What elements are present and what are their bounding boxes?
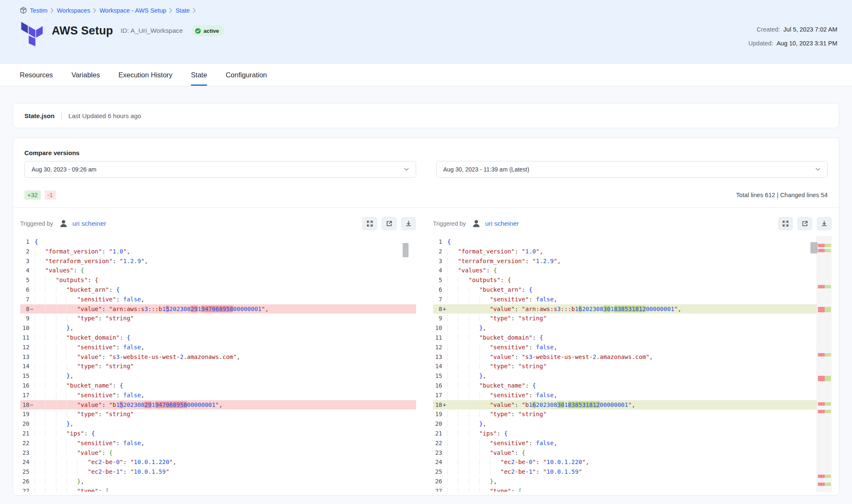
code-line: 19 "type": "string" [20, 409, 416, 419]
code-line: 24 "ec2-be-0": "10.0.1.220", [20, 457, 416, 467]
code-line: 23 "value": { [20, 448, 416, 458]
code-line: 17 "sensitive": false, [433, 391, 832, 400]
code-line: 1{ [433, 237, 832, 247]
code-lines: 1{2 "format_version": "1.0",3 "terraform… [433, 236, 832, 492]
scrollbar-thumb[interactable] [810, 242, 817, 253]
code-line: 21 "ips": { [433, 429, 832, 438]
code-line: 27 "type": [ [433, 486, 832, 492]
updated-value: Aug 10, 2023 3:31 PM [777, 40, 837, 47]
diff-ruler-mark [818, 285, 831, 288]
diff-ruler-mark [818, 353, 831, 356]
chevron-right-icon [93, 8, 96, 13]
version-select-right-value: Aug 30, 2023 - 11:39 am (Latest) [443, 166, 529, 173]
breadcrumb-link[interactable]: Testim [30, 7, 48, 14]
diff-ruler-mark [818, 475, 831, 478]
triggered-by-user-link[interactable]: uri scheiner [485, 220, 519, 227]
external-link-icon [802, 220, 808, 227]
file-name: State.json [24, 112, 55, 119]
code-line: 13 "value": "s3-website-us-west-2.amazon… [20, 352, 416, 362]
code-line: 27 "type": [ [20, 486, 416, 492]
tab-variables[interactable]: Variables [72, 64, 100, 86]
code-line: 17 "sensitive": false, [20, 391, 416, 400]
expand-icon [366, 220, 373, 227]
code-line: 16 "bucket_name": { [433, 381, 832, 391]
breadcrumb-link[interactable]: State [175, 7, 190, 14]
code-line: 14 "type": "string" [20, 362, 416, 371]
open-external-button[interactable] [382, 217, 397, 230]
breadcrumb: TestimWorkspacesWorkspace - AWS SetupSta… [20, 7, 837, 14]
download-button[interactable] [817, 217, 832, 230]
code-line: 14 "type": "string" [433, 362, 832, 371]
triggered-by-user-link[interactable]: uri scheiner [72, 220, 106, 227]
file-bar: State.json Last Updated 6 hours ago [13, 103, 839, 128]
main-content: State.json Last Updated 6 hours ago Comp… [0, 103, 852, 496]
code-line: 26 }, [20, 477, 416, 486]
expand-button[interactable] [778, 217, 793, 230]
header-band: TestimWorkspacesWorkspace - AWS SetupSta… [0, 0, 852, 64]
removed-lines-pill: -1 [45, 190, 56, 200]
chevron-right-icon [193, 8, 196, 13]
code-line: 12 "sensitive": false, [20, 343, 416, 352]
created-value: Jul 5, 2023 7:02 AM [783, 26, 837, 33]
tab-state[interactable]: State [191, 64, 207, 86]
triggered-by-right: Triggered by uri scheiner [433, 217, 832, 230]
code-line: 9 "type": "string" [20, 314, 416, 323]
breadcrumb-link[interactable]: Workspace - AWS Setup [99, 7, 166, 14]
user-avatar-icon [472, 219, 481, 228]
code-line: 12 "sensitive": false, [433, 343, 832, 352]
diff-ruler-mark [818, 483, 831, 486]
code-line: 6 "bucket_arn": { [433, 285, 832, 295]
version-select-right[interactable]: Aug 30, 2023 - 11:39 am (Latest) [436, 161, 828, 178]
workspace-id: ID: A_Uri_Workspace [121, 27, 183, 34]
code-line: 5 "outputs": { [433, 275, 832, 285]
status-badge: active [192, 25, 224, 36]
code-line: 8− "value": "arn:aws:s3:::b1520230829194… [20, 304, 416, 314]
chevron-down-icon [815, 168, 820, 171]
diff-ruler-mark [818, 249, 831, 252]
updated-label: Updated: [748, 40, 773, 47]
code-line: 24 "ec2-be-0": "10.0.1.220", [433, 457, 832, 467]
expand-button[interactable] [362, 217, 377, 230]
download-button[interactable] [401, 217, 416, 230]
code-line: 3 "terraform_version": "1.2.9", [20, 256, 416, 266]
code-line: 18− "value": "b1520230829194706895800000… [20, 400, 416, 410]
tabs: ResourcesVariablesExecution HistoryState… [0, 64, 852, 86]
diff-overview-ruler[interactable] [817, 236, 832, 492]
code-line: 10 }, [20, 323, 416, 333]
code-line: 22 "sensitive": false, [20, 438, 416, 448]
breadcrumb-link[interactable]: Workspaces [57, 7, 90, 14]
chevron-right-icon [50, 8, 54, 13]
package-icon [20, 7, 27, 14]
diff-ruler-mark [818, 410, 831, 413]
diff-ruler-mark [818, 307, 831, 312]
diff-summary: +32 -1 Total lines 612 | Changed lines 5… [13, 178, 839, 200]
diff-ruler-mark [818, 244, 831, 247]
tab-configuration[interactable]: Configuration [226, 64, 267, 86]
code-line: 6 "bucket_arn": { [20, 285, 416, 295]
open-external-button[interactable] [797, 217, 812, 230]
version-select-left[interactable]: Aug 30, 2023 - 09:26 am [24, 161, 416, 178]
code-line: 2 "format_version": "1.0", [433, 247, 832, 256]
scrollbar-thumb[interactable] [403, 243, 409, 257]
diff-ruler-mark [818, 376, 831, 381]
terraform-logo [20, 20, 44, 48]
tab-resources[interactable]: Resources [20, 64, 53, 86]
divider [61, 111, 62, 120]
tab-execution-history[interactable]: Execution History [118, 64, 172, 86]
code-line: 4 "values": { [433, 266, 832, 275]
created-label: Created: [756, 26, 780, 33]
code-panel-left: 1{2 "format_version": "1.0",3 "terraform… [20, 236, 416, 492]
code-line: 8+ "value": "arn:aws:s3:::b1620230830183… [433, 304, 832, 314]
code-line: 4 "values": { [20, 266, 416, 275]
user-avatar-icon [59, 219, 68, 228]
code-line: 9 "type": "string" [433, 314, 832, 323]
code-line: 1{ [20, 237, 416, 247]
code-line: 20 }, [433, 419, 832, 429]
code-line: 2 "format_version": "1.0", [20, 247, 416, 256]
download-icon [821, 220, 828, 227]
code-line: 15 }, [433, 371, 832, 381]
code-line: 3 "terraform_version": "1.2.9", [433, 256, 832, 266]
workspace-dates: Created:Jul 5, 2023 7:02 AM Updated:Aug … [748, 23, 837, 50]
code-line: 11 "bucket_domain": { [20, 333, 416, 343]
file-last-updated: Last Updated 6 hours ago [69, 112, 141, 119]
